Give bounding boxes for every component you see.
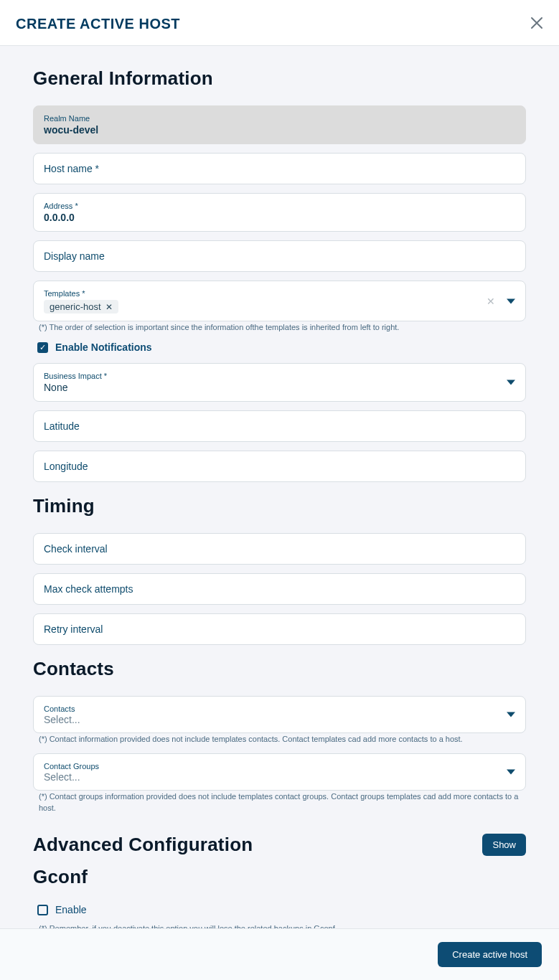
retry-interval-label: Retry interval [44,623,515,636]
contact-groups-placeholder: Select... [44,771,515,783]
contacts-label: Contacts [44,704,515,714]
modal-body: General Information Realm Name wocu-deve… [0,46,559,928]
create-active-host-modal: CREATE ACTIVE HOST General Information R… [0,0,559,980]
templates-help: (*) The order of selection is important … [39,321,526,333]
host-name-field[interactable]: Host name * [33,153,526,184]
close-icon[interactable] [530,17,543,32]
business-impact-field[interactable]: Business Impact * None [33,363,526,402]
templates-field[interactable]: Templates * generic-host ✕ ✕ [33,281,526,321]
contact-groups-help: (*) Contact groups information provided … [39,791,526,814]
templates-clear-icon[interactable]: ✕ [487,296,495,307]
contacts-placeholder: Select... [44,714,515,725]
show-button[interactable]: Show [482,834,526,856]
gconf-help: (*) Remember, if you deactivate this opt… [39,923,526,928]
display-name-label: Display name [44,250,515,263]
longitude-label: Longitude [44,460,515,473]
chevron-down-icon[interactable] [507,770,515,775]
business-impact-label: Business Impact * [44,371,515,381]
gconf-enable-label: Enable [55,904,87,915]
section-general: General Information [33,67,526,90]
contact-groups-label: Contact Groups [44,761,515,771]
latitude-field[interactable]: Latitude [33,410,526,442]
address-field[interactable]: Address * 0.0.0.0 [33,193,526,232]
section-timing: Timing [33,495,526,517]
max-check-attempts-field[interactable]: Max check attempts [33,573,526,605]
chevron-down-icon[interactable] [507,712,515,717]
template-chip-remove-icon[interactable]: ✕ [105,302,113,312]
contacts-help: (*) Contact information provided does no… [39,733,526,745]
contact-groups-select[interactable]: Contact Groups Select... [33,753,526,791]
realm-label: Realm Name [44,113,515,123]
modal-title: CREATE ACTIVE HOST [16,16,180,32]
check-interval-label: Check interval [44,542,515,555]
create-active-host-button[interactable]: Create active host [438,942,542,967]
section-gconf: Gconf [33,866,526,888]
chevron-down-icon[interactable] [507,380,515,385]
enable-notifications-label: Enable Notifications [55,341,152,353]
address-value: 0.0.0.0 [44,211,515,224]
template-chip[interactable]: generic-host ✕ [44,300,118,314]
max-check-attempts-label: Max check attempts [44,583,515,595]
check-interval-field[interactable]: Check interval [33,533,526,565]
templates-label: Templates * [44,288,515,298]
realm-name-field: Realm Name wocu-devel [33,105,526,144]
gconf-enable-row[interactable]: ✓ Enable [37,904,526,915]
host-name-label: Host name * [44,162,515,175]
chevron-down-icon[interactable] [507,298,515,303]
realm-value: wocu-devel [44,123,515,136]
section-advanced: Advanced Configuration [33,834,253,856]
section-contacts: Contacts [33,658,526,680]
contacts-select[interactable]: Contacts Select... [33,696,526,733]
enable-notifications-checkbox[interactable]: ✓ [37,342,48,353]
business-impact-value: None [44,381,515,394]
display-name-field[interactable]: Display name [33,240,526,272]
modal-header: CREATE ACTIVE HOST [0,0,559,46]
gconf-enable-checkbox[interactable]: ✓ [37,905,48,915]
address-label: Address * [44,201,515,211]
enable-notifications-row[interactable]: ✓ Enable Notifications [37,341,526,353]
longitude-field[interactable]: Longitude [33,451,526,482]
retry-interval-field[interactable]: Retry interval [33,613,526,645]
template-chip-label: generic-host [50,301,101,312]
modal-footer: Create active host [0,928,559,980]
latitude-label: Latitude [44,420,515,433]
